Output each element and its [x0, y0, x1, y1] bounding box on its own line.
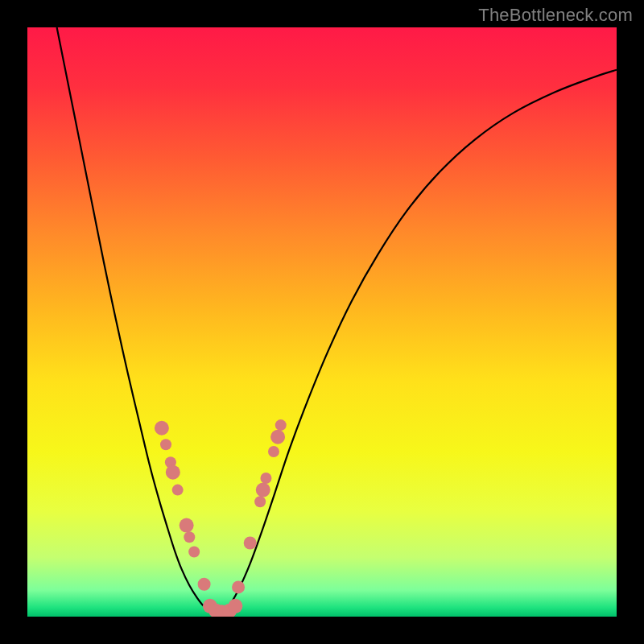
data-marker — [260, 473, 271, 484]
data-marker — [198, 578, 211, 591]
data-marker — [184, 531, 195, 543]
data-marker — [160, 439, 171, 450]
data-marker — [155, 421, 169, 436]
data-marker — [228, 599, 242, 613]
data-marker — [244, 537, 257, 550]
watermark-text: TheBottleneck.com — [478, 5, 633, 26]
data-marker — [254, 496, 266, 507]
data-marker — [166, 465, 180, 480]
data-marker — [275, 419, 287, 431]
data-marker — [256, 483, 270, 497]
data-marker — [172, 485, 184, 496]
chart-frame: TheBottleneck.com — [0, 0, 644, 644]
data-marker — [270, 430, 285, 444]
data-marker — [180, 518, 194, 533]
data-marker — [268, 446, 279, 457]
data-marker — [188, 546, 200, 557]
plot-area — [27, 27, 617, 617]
bottleneck-curve-chart — [27, 27, 617, 617]
data-marker — [232, 580, 245, 593]
